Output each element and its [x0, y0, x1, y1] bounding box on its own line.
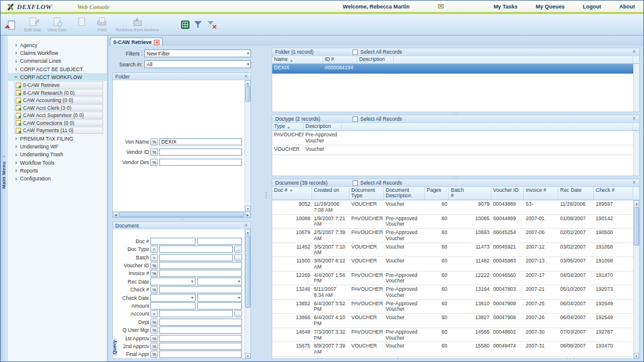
- vertical-scrollbar[interactable]: ▲ ▼: [633, 200, 639, 358]
- field-input[interactable]: [159, 254, 233, 261]
- main-menu-strip[interactable]: › Main Menu: [1, 36, 8, 361]
- retrieve-from-archive-button[interactable]: Retrieve from Archive: [116, 17, 159, 33]
- close-panel-icon[interactable]: ✕: [244, 223, 248, 228]
- nav-my-queues[interactable]: My Queues: [535, 4, 564, 10]
- operator-button[interactable]: %: [150, 286, 158, 293]
- select-all-checkbox[interactable]: [352, 49, 358, 55]
- table-row[interactable]: 115003/6/2007 8:12 AMVOUCHERVoucher60114…: [272, 257, 633, 272]
- operator-button[interactable]: =: [150, 246, 158, 253]
- column-header-description[interactable]: Description: [304, 123, 342, 130]
- scroll-left-icon[interactable]: ◀: [113, 212, 118, 217]
- field-input[interactable]: [197, 302, 243, 310]
- table-row[interactable]: DEXIX0000084194: [272, 64, 633, 74]
- select-all-checkbox[interactable]: [352, 180, 358, 186]
- scroll-down-icon[interactable]: ▼: [245, 353, 250, 358]
- column-header-name[interactable]: Name▲: [272, 56, 323, 63]
- column-header-check[interactable]: Check #: [594, 187, 633, 200]
- operator-button[interactable]: %: [150, 319, 158, 326]
- field-input[interactable]: [159, 319, 242, 326]
- operator-button[interactable]: %: [150, 262, 158, 269]
- field-select[interactable]: ▾: [150, 294, 196, 302]
- field-input[interactable]: [159, 262, 242, 269]
- table-row[interactable]: 138526/4/2007 3:52 PMPAVOUCHERPre-Approv…: [272, 300, 633, 314]
- table-row[interactable]: 132465/11/2007 8:34 AMPAVOUCHERPre-Appro…: [272, 285, 633, 300]
- field-input[interactable]: [150, 302, 196, 310]
- close-panel-icon[interactable]: ✕: [244, 74, 248, 79]
- vertical-scrollbar[interactable]: ▲ ▼: [244, 80, 250, 211]
- table-row[interactable]: 106792/5/2007 7:39 AMPAVOUCHERPre-Approv…: [272, 229, 633, 243]
- field-input[interactable]: [159, 286, 242, 293]
- scroll-thumb[interactable]: [119, 212, 244, 217]
- scroll-up-icon[interactable]: ▲: [245, 229, 250, 235]
- field-select[interactable]: ▾: [197, 278, 243, 285]
- column-header-id[interactable]: ID #: [323, 56, 357, 63]
- column-splitter[interactable]: [264, 188, 267, 203]
- field-input[interactable]: [159, 335, 242, 342]
- nav-my-tasks[interactable]: My Tasks: [494, 4, 518, 10]
- column-header-invoice[interactable]: Invoice #: [524, 187, 558, 200]
- sidebar-item-8-caw-research-0-0[interactable]: 8-CAW Research (0 0): [14, 89, 103, 97]
- scroll-right-icon[interactable]: ▶: [245, 212, 250, 217]
- sidebar-item-agency[interactable]: ›Agency: [8, 41, 107, 49]
- page-icon-button[interactable]: [72, 17, 88, 25]
- table-row[interactable]: 122694/4/2007 1:56 PMPAVOUCHERPre-Approv…: [272, 272, 633, 286]
- column-header-pages[interactable]: Pages: [425, 187, 449, 200]
- export-excel-icon[interactable]: [181, 21, 190, 29]
- select-all-records[interactable]: Select All Records: [352, 116, 402, 122]
- field-input[interactable]: [159, 270, 242, 277]
- select-all-records[interactable]: Select All Records: [352, 49, 402, 55]
- operator-button[interactable]: %: [150, 159, 158, 166]
- column-header-description[interactable]: Description: [357, 56, 394, 63]
- sidebar-item-caw-payments-11-0[interactable]: CAW Payments (11 0): [14, 127, 103, 134]
- table-row[interactable]: VOUCHERVoucher: [272, 145, 633, 155]
- sidebar-item-commercial-lines[interactable]: ›Commercial Lines: [8, 57, 107, 65]
- vertical-scrollbar[interactable]: [633, 131, 639, 176]
- sidebar-item-premium-tax-filing[interactable]: ›PREMIUM TAX FILING: [8, 135, 107, 142]
- select-all-records[interactable]: Select All Records: [352, 180, 402, 186]
- scroll-thumb[interactable]: [634, 207, 639, 246]
- field-input[interactable]: [159, 159, 242, 166]
- table-row[interactable]: 138666/4/2007 4:10 PMVOUCHERVoucher60138…: [272, 314, 633, 328]
- scroll-thumb[interactable]: [245, 235, 250, 308]
- lookup-button[interactable]: …: [234, 310, 242, 317]
- field-input[interactable]: [150, 238, 196, 245]
- operator-button[interactable]: %: [150, 138, 158, 145]
- sidebar-item-caw-corrections-0-0[interactable]: CAW Corrections (0 0): [14, 119, 103, 127]
- sidebar-item-0-caw-retrieve[interactable]: 0-CAW Retrieve: [14, 81, 103, 89]
- field-input[interactable]: [159, 310, 233, 317]
- table-row[interactable]: PAVOUCHERPre-Approved Voucher: [272, 131, 633, 145]
- vertical-scrollbar[interactable]: [633, 64, 639, 112]
- sidebar-item-underwriting-wf[interactable]: ›Underwriting WF: [8, 142, 107, 150]
- select-all-checkbox[interactable]: [352, 116, 358, 122]
- column-header-doc[interactable]: Doc #▲: [272, 187, 312, 200]
- operator-button[interactable]: %: [150, 343, 158, 350]
- sidebar-item-corp-acct-workflow[interactable]: ›CORP ACCT WORKFLOW: [8, 73, 107, 81]
- field-select[interactable]: ▾: [150, 278, 196, 285]
- close-panel-icon[interactable]: ✕: [632, 180, 636, 185]
- column-header-document-description[interactable]: Document Description: [384, 187, 425, 200]
- lookup-button[interactable]: …: [234, 246, 242, 253]
- horizontal-scrollbar[interactable]: ◀ ▶: [113, 211, 250, 217]
- operator-button[interactable]: %: [150, 351, 158, 358]
- table-row[interactable]: 156758/9/2007 7:39 AMVOUCHERVoucher60155…: [272, 342, 633, 357]
- field-input[interactable]: [159, 343, 242, 350]
- query-tab-label[interactable]: Query: [112, 338, 117, 356]
- table-row[interactable]: 146487/3/2007 3:32 PMPAVOUCHERPre-Approv…: [272, 328, 633, 343]
- field-select[interactable]: ▾: [197, 294, 243, 302]
- inbox-icon[interactable]: ✉: [438, 2, 444, 11]
- sidebar-item-caw-accounting-0-0[interactable]: CAW Accounting (0 0): [14, 97, 103, 104]
- sidebar-item-reports[interactable]: ›Reports: [8, 167, 107, 174]
- scroll-up-icon[interactable]: ▲: [634, 200, 639, 206]
- table-row[interactable]: 163229/7/2007 8:18 AMVOUCHERVoucher60161…: [272, 357, 633, 358]
- operator-button[interactable]: %: [150, 326, 158, 334]
- close-panel-icon[interactable]: ✕: [632, 116, 636, 121]
- scroll-up-icon[interactable]: ▲: [245, 80, 250, 86]
- print-button[interactable]: Print: [94, 17, 110, 33]
- operator-button[interactable]: %: [150, 148, 158, 156]
- field-input[interactable]: [159, 148, 242, 156]
- filters-dropdown[interactable]: New Filter ▾: [144, 49, 251, 57]
- sidebar-item-caw-acct-supervisor-0-0[interactable]: CAW Acct Supervisor (0 0): [14, 112, 103, 119]
- edit-doc-button[interactable]: Edit Doc: [24, 17, 41, 33]
- table-row[interactable]: 100891/9/2007 7:21 AMPAVOUCHERPre-Approv…: [272, 215, 633, 229]
- field-input[interactable]: [197, 238, 243, 245]
